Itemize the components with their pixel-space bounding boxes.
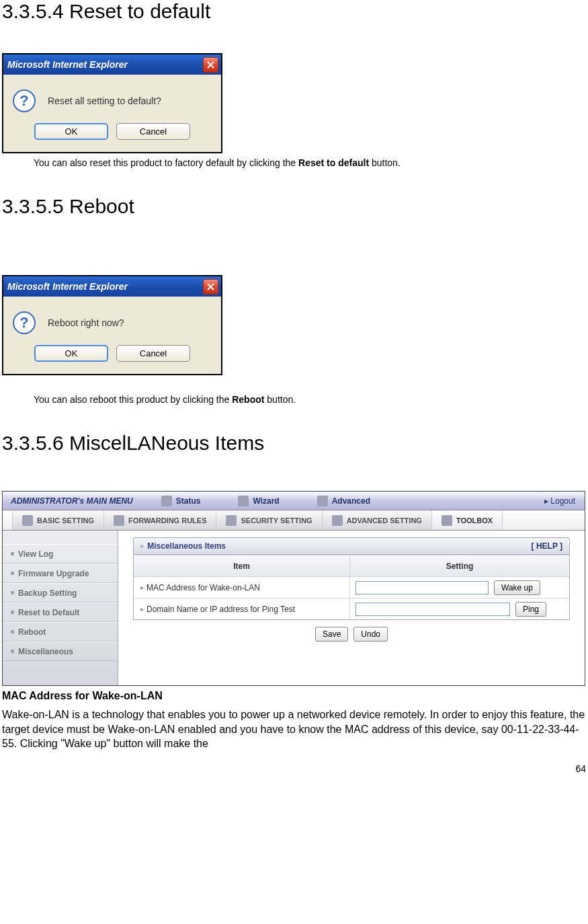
caption-text: You can also reboot this product by clic… bbox=[34, 394, 232, 405]
sidebar-item-reset[interactable]: Reset to Default bbox=[3, 603, 118, 622]
panel-title: ▫Miscellaneous Items bbox=[140, 541, 226, 551]
ok-button[interactable]: OK bbox=[34, 123, 108, 140]
caption-text: You can also reset this product to facto… bbox=[34, 157, 298, 168]
heading-reboot: 3.3.5.5 Reboot bbox=[2, 195, 586, 218]
caption-bold: Reboot bbox=[232, 394, 264, 405]
ping-button[interactable]: Ping bbox=[515, 602, 546, 617]
bullet-icon bbox=[11, 552, 14, 555]
advanced-setting-icon bbox=[332, 515, 343, 526]
dialog-body: ? Reset all setting to default? bbox=[3, 75, 221, 123]
main-menu-title: ADMINISTRATOR's MAIN MENU bbox=[3, 496, 142, 506]
wizard-icon bbox=[238, 496, 249, 506]
close-icon[interactable] bbox=[203, 57, 218, 73]
status-icon bbox=[161, 496, 172, 506]
panel-header: ▫Miscellaneous Items [ HELP ] bbox=[133, 537, 570, 555]
caption-reboot: You can also reboot this product by clic… bbox=[34, 394, 586, 405]
row-label-text: MAC Address for Wake-on-LAN bbox=[146, 583, 260, 592]
tab-label: FORWARDING RULES bbox=[128, 516, 207, 525]
tab-basic-setting[interactable]: BASIC SETTING bbox=[12, 510, 104, 530]
caption-suffix: button. bbox=[264, 394, 296, 405]
sidebar-item-miscellaneous[interactable]: Miscellaneous bbox=[3, 642, 118, 661]
menu-label: Status bbox=[176, 496, 201, 506]
sidebar-item-label: Firmware Upgrade bbox=[18, 569, 89, 578]
menu-advanced[interactable]: Advanced bbox=[298, 496, 389, 506]
row-setting-ping: Ping bbox=[350, 599, 569, 619]
mac-address-input[interactable] bbox=[355, 581, 489, 594]
heading-misc: 3.3.5.6 MiscelLANeous Items bbox=[2, 432, 586, 455]
sidebar-item-view-log[interactable]: View Log bbox=[3, 544, 118, 564]
caption-suffix: button. bbox=[369, 157, 401, 168]
bullet-icon bbox=[11, 611, 14, 614]
settings-table: Item Setting ▸MAC Address for Wake-on-LA… bbox=[133, 555, 570, 620]
panel-title-text: Miscellaneous Items bbox=[147, 541, 226, 551]
bullet-icon bbox=[11, 591, 14, 594]
tab-toolbox[interactable]: TOOLBOX bbox=[432, 510, 503, 530]
tab-label: ADVANCED SETTING bbox=[347, 516, 422, 525]
sidebar-item-label: Miscellaneous bbox=[18, 647, 73, 656]
undo-button[interactable]: Undo bbox=[353, 627, 388, 642]
bullet-icon bbox=[11, 572, 14, 575]
chevron-right-icon: ▸ bbox=[544, 496, 548, 506]
menu-status[interactable]: Status bbox=[142, 496, 220, 506]
dialog-title: Microsoft Internet Explorer bbox=[7, 281, 203, 292]
dialog-message: Reset all setting to default? bbox=[48, 95, 161, 106]
sidebar-item-firmware[interactable]: Firmware Upgrade bbox=[3, 564, 118, 583]
tab-label: SECURITY SETTING bbox=[241, 516, 312, 525]
help-link[interactable]: [ HELP ] bbox=[532, 541, 562, 551]
tab-advanced-setting[interactable]: ADVANCED SETTING bbox=[323, 510, 432, 530]
question-icon: ? bbox=[13, 311, 36, 334]
row-label-ping: ▸Domain Name or IP address for Ping Test bbox=[134, 599, 350, 619]
bullet-icon bbox=[11, 650, 14, 653]
admin-panel: ADMINISTRATOR's MAIN MENU Status Wizard … bbox=[2, 491, 585, 686]
admin-body: View Log Firmware Upgrade Backup Setting… bbox=[3, 531, 585, 685]
col-header-item: Item bbox=[134, 555, 350, 576]
body-paragraph: Wake-on-LAN is a technology that enables… bbox=[2, 707, 586, 751]
tab-label: BASIC SETTING bbox=[37, 516, 94, 525]
sub-menu: BASIC SETTING FORWARDING RULES SECURITY … bbox=[3, 510, 585, 531]
sidebar-item-backup[interactable]: Backup Setting bbox=[3, 583, 118, 603]
save-button[interactable]: Save bbox=[315, 627, 348, 642]
sidebar: View Log Firmware Upgrade Backup Setting… bbox=[3, 531, 118, 685]
dialog-titlebar: Microsoft Internet Explorer bbox=[3, 54, 221, 75]
menu-logout[interactable]: ▸ Logout bbox=[544, 496, 585, 506]
wake-up-button[interactable]: Wake up bbox=[494, 580, 540, 595]
forwarding-icon bbox=[114, 515, 124, 526]
triangle-icon: ▸ bbox=[140, 584, 144, 591]
cancel-button[interactable]: Cancel bbox=[116, 123, 190, 140]
dialog-titlebar: Microsoft Internet Explorer bbox=[3, 276, 221, 297]
col-header-setting: Setting bbox=[350, 555, 569, 576]
subheading-wol: MAC Address for Wake-on-LAN bbox=[2, 690, 586, 702]
tab-security-setting[interactable]: SECURITY SETTING bbox=[216, 510, 322, 530]
ping-target-input[interactable] bbox=[355, 603, 510, 616]
logout-label: Logout bbox=[550, 496, 575, 506]
caption-bold: Reset to default bbox=[298, 157, 369, 168]
toolbox-icon bbox=[442, 515, 452, 526]
bullet-icon bbox=[11, 630, 14, 633]
tab-forwarding-rules[interactable]: FORWARDING RULES bbox=[104, 510, 217, 530]
sidebar-item-reboot[interactable]: Reboot bbox=[3, 622, 118, 642]
caption-reset: You can also reset this product to facto… bbox=[34, 157, 586, 168]
dialog-body: ? Reboot right now? bbox=[3, 297, 221, 345]
table-row: ▸Domain Name or IP address for Ping Test… bbox=[134, 598, 569, 619]
question-icon: ? bbox=[13, 89, 36, 112]
sidebar-item-label: Reset to Default bbox=[18, 608, 79, 617]
menu-wizard[interactable]: Wizard bbox=[219, 496, 298, 506]
ok-button[interactable]: OK bbox=[34, 345, 108, 362]
section-reboot: 3.3.5.5 Reboot Microsoft Internet Explor… bbox=[2, 195, 586, 405]
main-menu: ADMINISTRATOR's MAIN MENU Status Wizard … bbox=[3, 492, 585, 510]
sidebar-item-label: Backup Setting bbox=[18, 588, 77, 598]
section-miscellaneous: 3.3.5.6 MiscelLANeous Items ADMINISTRATO… bbox=[2, 432, 586, 751]
sidebar-item-label: View Log bbox=[18, 549, 53, 559]
table-row: ▸MAC Address for Wake-on-LAN Wake up bbox=[134, 576, 569, 598]
dialog-buttons: OK Cancel bbox=[3, 345, 221, 374]
row-setting-wol: Wake up bbox=[350, 577, 569, 598]
row-label-wol: ▸MAC Address for Wake-on-LAN bbox=[134, 577, 350, 598]
heading-reset: 3.3.5.4 Reset to default bbox=[2, 0, 586, 23]
sidebar-item-label: Reboot bbox=[18, 627, 46, 637]
row-label-text: Domain Name or IP address for Ping Test bbox=[146, 605, 295, 614]
dialog-message: Reboot right now? bbox=[48, 317, 124, 328]
cancel-button[interactable]: Cancel bbox=[116, 345, 190, 362]
square-icon: ▫ bbox=[140, 541, 143, 551]
close-icon[interactable] bbox=[203, 279, 218, 295]
basic-icon bbox=[22, 515, 33, 526]
